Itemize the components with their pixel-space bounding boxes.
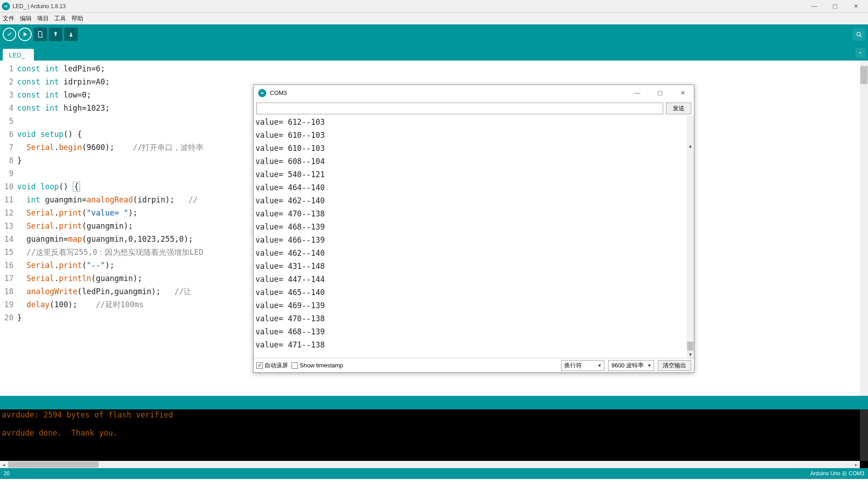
status-board-port: Arduino Uno 在 COM3 xyxy=(810,470,864,478)
tab-led[interactable]: LED_ xyxy=(3,49,34,61)
tab-menu-button[interactable] xyxy=(855,48,865,58)
serial-title-bar[interactable]: ∞ COM3 — ▢ ✕ xyxy=(254,85,694,101)
line-gutter: 1234567891011121314151617181920 xyxy=(0,61,17,396)
save-button[interactable] xyxy=(64,28,78,41)
baud-rate-select[interactable]: 9600 波特率 xyxy=(608,360,654,371)
menu-sketch[interactable]: 项目 xyxy=(37,14,49,23)
serial-title: COM3 xyxy=(270,89,287,96)
open-button[interactable] xyxy=(49,28,62,41)
menu-edit[interactable]: 编辑 xyxy=(20,14,32,23)
console-text: avrdude: 2594 bytes of flash verified av… xyxy=(2,410,866,437)
arduino-icon: ∞ xyxy=(258,89,266,97)
window-title: LED_ | Arduino 1.8.13 xyxy=(13,3,66,9)
serial-maximize-button[interactable]: ▢ xyxy=(649,85,671,101)
serial-output-text: value= 612--103 value= 610--103 value= 6… xyxy=(255,116,692,352)
title-bar: ∞ LED_ | Arduino 1.8.13 — ▢ ✕ xyxy=(0,0,868,13)
serial-bottom-bar: ✓自动滚屏 Show timestamp 换行符 9600 波特率 清空输出 xyxy=(254,358,694,372)
clear-output-button[interactable]: 清空输出 xyxy=(658,360,691,371)
menu-bar: 文件 编辑 项目 工具 帮助 xyxy=(0,13,868,24)
status-bar: 20 Arduino Uno 在 COM3 xyxy=(0,468,868,479)
editor-scroll-thumb[interactable] xyxy=(860,66,868,84)
console-output[interactable]: avrdude: 2594 bytes of flash verified av… xyxy=(0,409,868,468)
scroll-right-arrow[interactable]: ► xyxy=(853,461,860,468)
serial-scroll-up[interactable]: ▲ xyxy=(687,142,694,149)
editor-scrollbar[interactable] xyxy=(860,61,868,396)
maximize-button[interactable]: ▢ xyxy=(825,0,845,13)
close-button[interactable]: ✕ xyxy=(845,0,866,13)
toolbar xyxy=(0,24,868,44)
serial-send-button[interactable]: 发送 xyxy=(666,103,691,114)
serial-monitor-window: ∞ COM3 — ▢ ✕ 发送 value= 612--103 value= 6… xyxy=(253,84,694,373)
line-ending-select[interactable]: 换行符 xyxy=(561,360,604,371)
menu-help[interactable]: 帮助 xyxy=(71,14,83,23)
console-scroll-thumb[interactable] xyxy=(8,461,99,468)
menu-tools[interactable]: 工具 xyxy=(54,14,66,23)
console-scrollbar-h[interactable]: ◄ ► xyxy=(0,461,860,468)
arduino-icon: ∞ xyxy=(2,2,10,10)
timestamp-checkbox[interactable]: Show timestamp xyxy=(292,362,343,369)
menu-file[interactable]: 文件 xyxy=(3,14,14,23)
autoscroll-checkbox[interactable]: ✓自动滚屏 xyxy=(256,361,288,370)
serial-monitor-button[interactable] xyxy=(853,28,865,41)
tab-bar: LED_ xyxy=(0,44,868,61)
status-line-number: 20 xyxy=(4,470,9,477)
serial-input[interactable] xyxy=(256,103,663,114)
verify-button[interactable] xyxy=(3,28,16,41)
serial-minimize-button[interactable]: — xyxy=(626,85,649,101)
serial-close-button[interactable]: ✕ xyxy=(671,85,694,101)
scroll-left-arrow[interactable]: ◄ xyxy=(0,461,7,468)
minimize-button[interactable]: — xyxy=(804,0,825,13)
console-scrollbar-v[interactable] xyxy=(860,409,868,461)
serial-output[interactable]: value= 612--103 value= 610--103 value= 6… xyxy=(254,116,694,358)
serial-scrollbar[interactable]: ▲ ▼ xyxy=(687,116,694,358)
upload-button[interactable] xyxy=(18,28,32,41)
svg-point-0 xyxy=(857,32,860,36)
status-divider xyxy=(0,396,868,409)
serial-scroll-down[interactable]: ▼ xyxy=(687,351,694,358)
new-button[interactable] xyxy=(33,28,47,41)
